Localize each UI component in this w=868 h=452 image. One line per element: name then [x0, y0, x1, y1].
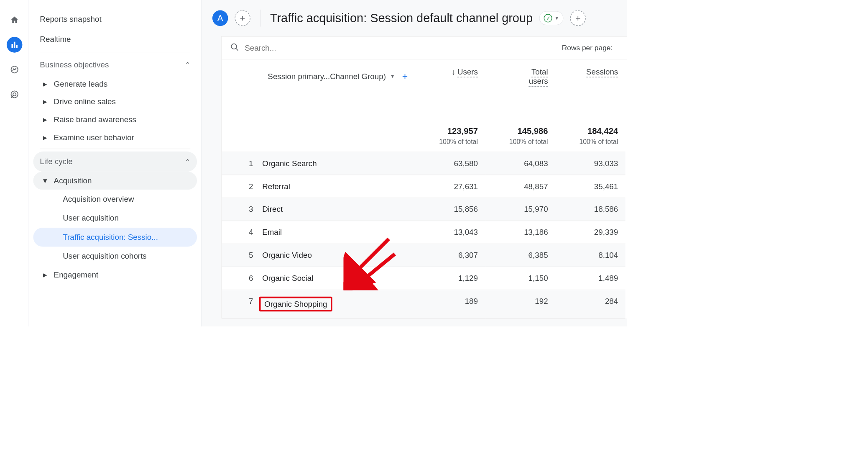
- divider: [260, 10, 260, 26]
- metric-header-users[interactable]: ↓Users: [415, 59, 485, 87]
- add-comparison-button[interactable]: +: [235, 10, 250, 26]
- svg-point-6: [231, 44, 237, 49]
- chevron-up-icon: ⌃: [185, 158, 190, 166]
- metric-header-total-users[interactable]: Totalusers: [485, 59, 555, 87]
- svg-rect-0: [11, 44, 13, 48]
- table-row[interactable]: 2Referral27,63148,85735,461: [222, 175, 627, 198]
- svg-rect-1: [14, 42, 15, 48]
- metric-header-sessions[interactable]: Sessions: [555, 59, 625, 87]
- sidebar-item-acquisition[interactable]: ▾Acquisition: [33, 172, 197, 190]
- table-row[interactable]: 4Email13,04313,18629,339: [222, 221, 627, 244]
- main-content: A + Traffic acquisition: Session default…: [201, 0, 627, 326]
- icon-rail: [0, 0, 29, 326]
- explore-icon[interactable]: [7, 62, 23, 77]
- sidebar-item-traffic-acquisition[interactable]: Traffic acquisition: Sessio...: [33, 228, 197, 247]
- report-table-card: Rows per page: Session primary...Channel…: [222, 36, 627, 318]
- sidebar-item-generate-leads[interactable]: ▸Generate leads: [33, 75, 197, 93]
- totals-row: 123,957100% of total 145,986100% of tota…: [222, 87, 627, 152]
- sidebar-item-snapshot[interactable]: Reports snapshot: [33, 9, 197, 29]
- table-row[interactable]: 5Organic Video6,3076,3858,104: [222, 244, 627, 267]
- chevron-down-icon: ▼: [555, 16, 559, 21]
- search-input[interactable]: [245, 43, 557, 52]
- add-dimension-button[interactable]: +: [402, 71, 408, 82]
- search-icon: [230, 43, 240, 53]
- table-row[interactable]: 7Organic Shopping189192284: [222, 290, 627, 318]
- search-bar: Rows per page:: [222, 36, 627, 59]
- svg-rect-2: [16, 45, 18, 48]
- sidebar: Reports snapshot Realtime Business objec…: [29, 0, 201, 326]
- sidebar-item-engagement[interactable]: ▸Engagement: [33, 266, 197, 284]
- sidebar-item-user-behavior[interactable]: ▸Examine user behavior: [33, 128, 197, 146]
- sidebar-item-user-acquisition[interactable]: User acquisition: [33, 209, 197, 228]
- status-pill[interactable]: ✓ ▼: [539, 11, 564, 25]
- sidebar-item-user-acquisition-cohorts[interactable]: User acquisition cohorts: [33, 247, 197, 266]
- dimension-header[interactable]: Session primary...Channel Group) ▼ +: [222, 59, 415, 87]
- avatar[interactable]: A: [212, 10, 228, 26]
- home-icon[interactable]: [7, 12, 23, 28]
- sidebar-group-business-objectives[interactable]: Business objectives ⌃: [33, 55, 197, 75]
- table-row[interactable]: 1Organic Search63,58064,08393,033: [222, 152, 627, 175]
- table-row[interactable]: 6Organic Social1,1291,1501,489: [222, 267, 627, 290]
- sidebar-group-label: Business objectives: [40, 60, 109, 69]
- sidebar-item-brand-awareness[interactable]: ▸Raise brand awareness: [33, 110, 197, 128]
- sort-down-icon: ↓: [452, 67, 455, 76]
- page-title: Traffic acquisition: Session default cha…: [270, 11, 533, 25]
- chevron-up-icon: ⌃: [185, 61, 190, 69]
- sidebar-group-life-cycle[interactable]: Life cycle ⌃: [33, 152, 197, 172]
- reports-icon[interactable]: [7, 37, 23, 53]
- sidebar-item-drive-online-sales[interactable]: ▸Drive online sales: [33, 93, 197, 111]
- rows-per-page-label: Rows per page:: [562, 44, 619, 52]
- sidebar-group-label: Life cycle: [40, 157, 72, 166]
- chevron-down-icon[interactable]: ▼: [390, 74, 395, 79]
- check-icon: ✓: [544, 14, 552, 22]
- advertising-icon[interactable]: [7, 87, 23, 103]
- sidebar-item-realtime[interactable]: Realtime: [33, 29, 197, 49]
- table-row[interactable]: 3Direct15,85615,97018,586: [222, 198, 627, 221]
- customize-report-button[interactable]: +: [570, 10, 586, 26]
- main-header: A + Traffic acquisition: Session default…: [202, 0, 627, 36]
- sidebar-item-acquisition-overview[interactable]: Acquisition overview: [33, 190, 197, 209]
